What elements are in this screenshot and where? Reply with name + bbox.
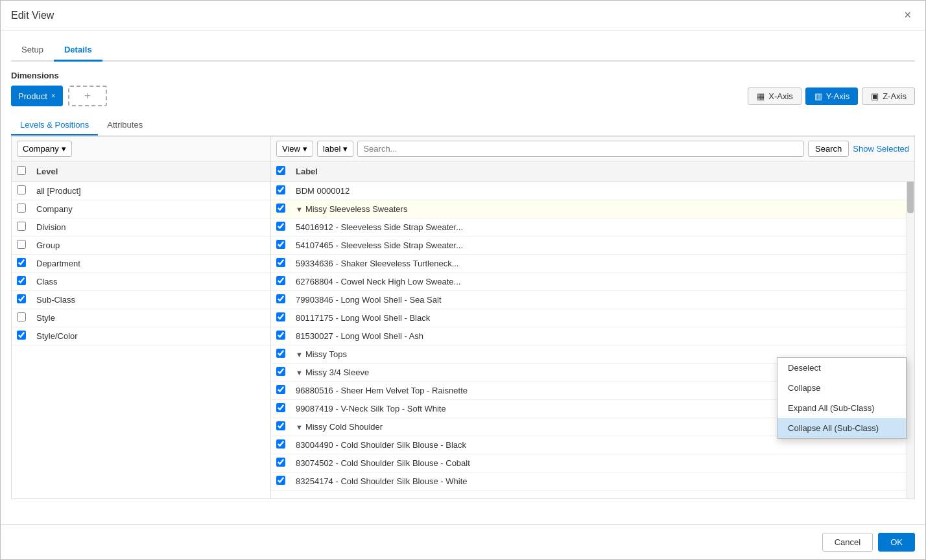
row-checkbox[interactable] (276, 294, 285, 303)
row-checkbox-cell[interactable] (271, 364, 291, 382)
row-checkbox-cell[interactable] (271, 291, 291, 309)
row-checkbox[interactable] (276, 367, 285, 376)
left-toolbar: Company ▾ (12, 137, 270, 161)
level-label: Style/Color (31, 327, 270, 345)
row-checkbox-cell[interactable] (12, 273, 31, 291)
company-dropdown-icon: ▾ (62, 144, 66, 154)
row-checkbox-cell[interactable] (12, 255, 31, 273)
row-checkbox[interactable] (276, 240, 285, 249)
scrollbar-track[interactable] (907, 161, 914, 498)
table-row: 79903846 - Long Wool Shell - Sea Salt (271, 291, 914, 309)
add-dimension-pill[interactable]: + (68, 86, 107, 106)
level-table-scroll[interactable]: Level all [Product] Company Division (12, 161, 270, 498)
dialog-body: Setup Details Dimensions Product × + ▦ X… (1, 30, 925, 524)
row-checkbox-cell[interactable] (271, 309, 291, 327)
row-checkbox[interactable] (276, 385, 285, 394)
sub-tab-attributes[interactable]: Attributes (98, 115, 152, 135)
right-select-all-header[interactable] (271, 161, 291, 182)
tree-icon: ▼ (296, 205, 303, 213)
row-checkbox[interactable] (276, 331, 285, 340)
z-axis-button[interactable]: ▣ Z-Axis (862, 88, 915, 105)
dialog-titlebar: Edit View × (1, 1, 925, 30)
row-checkbox-cell[interactable] (12, 182, 31, 200)
level-label: Company (31, 200, 270, 218)
row-checkbox-cell[interactable] (12, 237, 31, 255)
row-checkbox-cell[interactable] (12, 309, 31, 327)
row-checkbox-cell[interactable] (271, 237, 291, 255)
row-checkbox[interactable] (276, 458, 285, 467)
search-input[interactable] (357, 141, 804, 157)
row-checkbox-cell[interactable] (271, 273, 291, 291)
row-checkbox[interactable] (276, 204, 285, 213)
row-checkbox[interactable] (17, 185, 26, 194)
select-all-header[interactable] (12, 161, 31, 182)
row-checkbox-cell[interactable] (271, 382, 291, 400)
row-checkbox[interactable] (276, 403, 285, 412)
table-row: Company (12, 200, 270, 218)
select-all-checkbox[interactable] (17, 166, 26, 175)
sub-tab-levels[interactable]: Levels & Positions (11, 115, 98, 135)
ok-button[interactable]: OK (878, 533, 915, 552)
row-checkbox-cell[interactable] (271, 436, 291, 454)
context-menu-item[interactable]: Deselect (778, 358, 906, 378)
tab-setup[interactable]: Setup (11, 40, 54, 62)
right-table-scroll[interactable]: Label BDM 0000012 ▼Missy Sleeveless Swea… (271, 161, 914, 498)
row-checkbox-cell[interactable] (271, 345, 291, 364)
row-checkbox[interactable] (276, 222, 285, 231)
cancel-button[interactable]: Cancel (822, 533, 873, 552)
row-checkbox[interactable] (276, 439, 285, 449)
row-checkbox-cell[interactable] (271, 454, 291, 472)
label-dropdown[interactable]: label ▾ (317, 141, 353, 157)
row-checkbox[interactable] (17, 276, 26, 285)
row-checkbox[interactable] (17, 258, 26, 267)
tab-details[interactable]: Details (54, 40, 102, 62)
row-checkbox-cell[interactable] (271, 472, 291, 491)
context-menu-item[interactable]: Collapse All (Sub-Class) (778, 418, 906, 438)
row-checkbox-cell[interactable] (12, 218, 31, 237)
table-row: 83254174 - Cold Shoulder Silk Blouse - W… (271, 472, 914, 491)
context-menu-item[interactable]: Expand All (Sub-Class) (778, 398, 906, 418)
row-checkbox-cell[interactable] (271, 200, 291, 218)
show-selected-button[interactable]: Show Selected (853, 144, 909, 154)
axis-buttons: ▦ X-Axis ▥ Y-Axis ▣ Z-Axis (748, 88, 915, 105)
close-button[interactable]: × (900, 7, 915, 23)
row-checkbox[interactable] (17, 204, 26, 213)
row-checkbox[interactable] (17, 331, 26, 340)
row-checkbox[interactable] (276, 421, 285, 430)
dimensions-label: Dimensions (11, 71, 915, 80)
row-checkbox[interactable] (276, 258, 285, 267)
row-checkbox[interactable] (276, 276, 285, 285)
row-checkbox-cell[interactable] (271, 418, 291, 436)
table-row: 54016912 - Sleeveless Side Strap Sweater… (271, 218, 914, 237)
row-checkbox-cell[interactable] (12, 291, 31, 309)
table-row: 83074502 - Cold Shoulder Silk Blouse - C… (271, 454, 914, 472)
product-pill-close[interactable]: × (51, 91, 56, 100)
x-axis-button[interactable]: ▦ X-Axis (748, 88, 801, 105)
row-checkbox-cell[interactable] (271, 255, 291, 273)
row-checkbox-cell[interactable] (12, 327, 31, 345)
row-checkbox[interactable] (276, 312, 285, 321)
row-checkbox-cell[interactable] (271, 218, 291, 237)
product-pill-label: Product (18, 91, 47, 101)
row-checkbox[interactable] (276, 476, 285, 485)
row-label: 83074502 - Cold Shoulder Silk Blouse - C… (291, 454, 914, 472)
row-checkbox[interactable] (17, 222, 26, 231)
context-menu-item[interactable]: Collapse (778, 378, 906, 398)
search-button[interactable]: Search (808, 141, 849, 157)
row-checkbox[interactable] (276, 185, 285, 194)
row-checkbox[interactable] (17, 240, 26, 249)
company-dropdown[interactable]: Company ▾ (17, 141, 72, 157)
row-checkbox-cell[interactable] (271, 182, 291, 200)
row-checkbox[interactable] (17, 294, 26, 303)
row-checkbox[interactable] (276, 349, 285, 358)
row-checkbox-cell[interactable] (12, 200, 31, 218)
right-select-all-checkbox[interactable] (276, 166, 285, 175)
row-checkbox-cell[interactable] (271, 400, 291, 418)
view-dropdown[interactable]: View ▾ (276, 141, 313, 157)
row-checkbox-cell[interactable] (271, 327, 291, 345)
y-axis-button[interactable]: ▥ Y-Axis (805, 88, 858, 105)
product-pill[interactable]: Product × (11, 86, 63, 106)
row-checkbox[interactable] (17, 312, 26, 321)
table-row: 59334636 - Shaker Sleeveless Turtleneck.… (271, 255, 914, 273)
x-axis-icon: ▦ (756, 91, 765, 100)
